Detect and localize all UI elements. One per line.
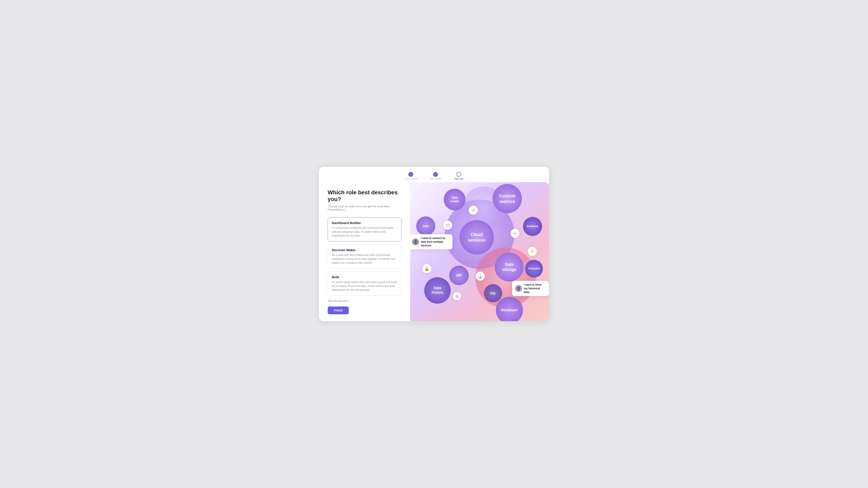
blob-light-purple — [462, 187, 506, 230]
right-panel: Data modelJoinCloud servicesCustom metri… — [410, 182, 549, 321]
step-account-icon: ✓ — [408, 172, 413, 177]
left-panel: Which role best describes you? This will… — [319, 182, 410, 321]
step-profile-icon: ✓ — [433, 172, 438, 177]
page-title: Which role best describes you? — [328, 189, 401, 202]
main-layout: Which role best describes you? This will… — [319, 182, 549, 321]
role-card-dashboard-builder[interactable]: Dashboard Builder I'm a technical contri… — [328, 217, 401, 241]
stepper: ✓ Your account ✓ Your profile ○ Your rol… — [319, 167, 549, 182]
skip-link[interactable]: Skip this question. — [328, 299, 401, 302]
role-dashboard-builder-title: Dashboard Builder — [332, 221, 397, 225]
role-both-title: Both — [332, 275, 397, 279]
page-subtitle: This will help us make sure you get the … — [328, 205, 401, 211]
blob-pink — [475, 248, 536, 308]
step-account-label: Your account — [404, 177, 417, 180]
role-decision-maker-title: Decision Maker — [332, 248, 397, 252]
step-profile-label: Your profile — [430, 177, 441, 180]
step-role: ○ Your role — [454, 172, 464, 180]
step-role-label: Your role — [454, 177, 464, 180]
role-both-desc: I'm a tech-savvy leader who uses data to… — [332, 280, 397, 292]
role-decision-maker-desc: I'm a data user who collaborates with my… — [332, 253, 397, 265]
main-card: ✓ Your account ✓ Your profile ○ Your rol… — [319, 167, 549, 321]
step-profile: ✓ Your profile — [430, 172, 441, 180]
step-role-icon: ○ — [456, 172, 461, 177]
step-account: ✓ Your account — [404, 172, 417, 180]
finish-button[interactable]: Finish — [328, 306, 349, 314]
role-card-both[interactable]: Both I'm a tech-savvy leader who uses da… — [328, 271, 401, 296]
role-dashboard-builder-desc: I'm a technical contributor who connects… — [332, 226, 397, 238]
role-card-decision-maker[interactable]: Decision Maker I'm a data user who colla… — [328, 245, 401, 268]
